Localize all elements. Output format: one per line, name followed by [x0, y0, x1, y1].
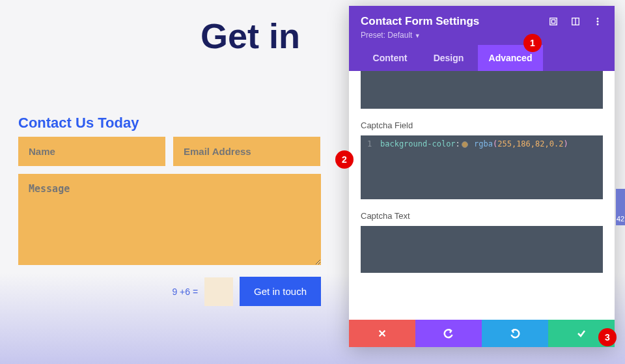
captcha-field-editor[interactable]: 1 background-color: rgba(255,186,82,0.2) [361, 135, 603, 199]
captcha-text-label: Captcha Text [361, 211, 603, 221]
undo-button[interactable] [415, 320, 482, 347]
code-n4: 0.2 [549, 139, 564, 148]
code-c3: , [545, 139, 549, 148]
layout-icon[interactable] [570, 16, 581, 27]
side-marker: 42 [616, 189, 625, 225]
more-icon[interactable] [592, 16, 603, 27]
panel-tabs: Content Design Advanced [361, 45, 603, 71]
code-c2: , [531, 139, 535, 148]
tab-content[interactable]: Content [361, 45, 419, 71]
svg-point-6 [597, 23, 598, 25]
code-editor-prev[interactable] [361, 71, 603, 109]
svg-rect-1 [551, 20, 555, 23]
cancel-button[interactable] [349, 320, 415, 347]
code-colon: : [456, 139, 460, 148]
submit-button[interactable]: Get in touch [240, 277, 321, 306]
code-close: ) [563, 139, 568, 148]
preset-row[interactable]: Preset: Default ▼ [361, 31, 603, 40]
svg-point-5 [597, 21, 598, 22]
annotation-pin-1: 1 [523, 34, 542, 52]
captcha-text-editor[interactable] [361, 226, 603, 273]
captcha-question: 9 +6 = [172, 287, 198, 297]
svg-point-4 [597, 18, 598, 19]
captcha-field-label: Captcha Field [361, 120, 603, 130]
settings-panel: Contact Form Settings Preset: Default ▼ … [349, 6, 615, 347]
annotation-pin-3: 3 [598, 328, 617, 346]
name-input[interactable] [18, 137, 165, 166]
panel-footer [349, 320, 615, 347]
preset-value: Default [387, 31, 412, 40]
panel-body: Captcha Field 1 background-color: rgba(2… [349, 71, 615, 320]
page-heading: Get in [201, 16, 300, 56]
code-func: rgba [474, 139, 493, 148]
code-n3: 82 [535, 139, 544, 148]
message-input[interactable] [18, 174, 321, 265]
panel-header: Contact Form Settings Preset: Default ▼ … [349, 6, 615, 71]
line-number: 1 [367, 139, 374, 148]
svg-rect-0 [550, 18, 557, 25]
redo-button[interactable] [482, 320, 548, 347]
preset-label: Preset: [361, 31, 385, 40]
code-property: background-color [380, 139, 456, 148]
code-n1: 255 [497, 139, 512, 148]
tab-design[interactable]: Design [419, 45, 478, 71]
focus-icon[interactable] [548, 16, 559, 27]
captcha-input[interactable] [204, 277, 233, 306]
section-title: Contact Us Today [18, 115, 139, 132]
panel-title: Contact Form Settings [361, 15, 479, 28]
chevron-down-icon: ▼ [415, 33, 421, 39]
email-input[interactable] [173, 137, 320, 166]
code-n2: 186 [516, 139, 531, 148]
annotation-pin-2: 2 [335, 150, 354, 169]
contact-form: 9 +6 = Get in touch [18, 137, 321, 306]
color-swatch-icon [462, 141, 468, 148]
